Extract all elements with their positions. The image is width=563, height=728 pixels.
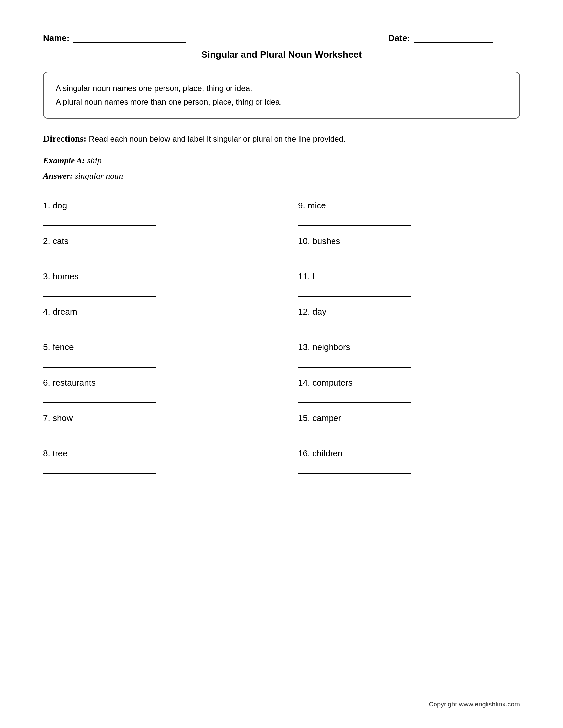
question-text: 9. mice	[298, 201, 520, 211]
question-text: 13. neighbors	[298, 342, 520, 352]
question-item-right-4: 12. day	[298, 302, 520, 332]
question-text: 10. bushes	[298, 236, 520, 246]
question-text: 1. dog	[43, 201, 265, 211]
question-text: 4. dream	[43, 307, 265, 317]
question-item-left-6: 6. restaurants	[43, 373, 265, 403]
info-line1: A singular noun names one person, place,…	[56, 82, 507, 95]
directions-text: Read each noun below and label it singul…	[87, 134, 346, 143]
answer-line	[298, 358, 411, 368]
question-item-left-3: 3. homes	[43, 267, 265, 297]
answer-line	[298, 288, 411, 297]
question-text: 15. camper	[298, 413, 520, 423]
questions-grid: 1. dog 2. cats 3. homes 4. dream 5. fenc…	[43, 196, 520, 479]
header-row: Name: Date:	[43, 33, 520, 43]
question-item-right-3: 11. I	[298, 267, 520, 297]
example-block: Example A: ship Answer: singular noun	[43, 153, 520, 184]
example-value: ship	[85, 156, 102, 165]
answer-line	[43, 288, 156, 297]
answer-line	[298, 465, 411, 474]
date-line	[414, 34, 493, 43]
answer-value: singular noun	[73, 171, 123, 181]
example-label: Example A:	[43, 156, 85, 165]
directions-row: Directions: Read each noun below and lab…	[43, 133, 520, 144]
question-text: 5. fence	[43, 342, 265, 352]
page: Name: Date: Singular and Plural Noun Wor…	[0, 0, 563, 728]
worksheet-title: Singular and Plural Noun Worksheet	[43, 49, 520, 60]
copyright: Copyright www.englishlinx.com	[429, 701, 520, 708]
answer-line	[298, 323, 411, 332]
answer-line	[43, 465, 156, 474]
answer-line	[298, 394, 411, 403]
answer-line	[43, 358, 156, 368]
question-item-left-5: 5. fence	[43, 338, 265, 368]
questions-left-col: 1. dog 2. cats 3. homes 4. dream 5. fenc…	[43, 196, 265, 479]
question-text: 3. homes	[43, 271, 265, 282]
question-text: 2. cats	[43, 236, 265, 246]
question-item-right-2: 10. bushes	[298, 231, 520, 261]
question-text: 14. computers	[298, 378, 520, 388]
questions-right-col: 9. mice 10. bushes 11. I 12. day 13. nei…	[298, 196, 520, 479]
question-item-left-1: 1. dog	[43, 196, 265, 226]
answer-line	[43, 252, 156, 261]
question-text: 16. children	[298, 448, 520, 459]
answer-label: Answer:	[43, 171, 73, 181]
info-box: A singular noun names one person, place,…	[43, 72, 520, 119]
name-line	[73, 34, 186, 43]
question-text: 11. I	[298, 271, 520, 282]
answer-line	[298, 429, 411, 438]
answer-line	[298, 252, 411, 261]
directions-label: Directions:	[43, 133, 87, 144]
question-item-left-7: 7. show	[43, 408, 265, 438]
question-item-left-4: 4. dream	[43, 302, 265, 332]
answer-line	[43, 323, 156, 332]
date-field: Date:	[389, 33, 493, 43]
example-line: Example A: ship	[43, 153, 520, 169]
question-text: 7. show	[43, 413, 265, 423]
question-text: 6. restaurants	[43, 378, 265, 388]
answer-line	[43, 429, 156, 438]
question-item-left-8: 8. tree	[43, 444, 265, 474]
question-text: 12. day	[298, 307, 520, 317]
name-label: Name:	[43, 33, 69, 43]
name-field: Name:	[43, 33, 186, 43]
date-label: Date:	[389, 33, 410, 43]
question-item-right-7: 15. camper	[298, 408, 520, 438]
question-item-right-1: 9. mice	[298, 196, 520, 226]
info-line2: A plural noun names more than one person…	[56, 95, 507, 109]
answer-line-example: Answer: singular noun	[43, 168, 520, 184]
answer-line	[43, 217, 156, 226]
question-item-right-5: 13. neighbors	[298, 338, 520, 368]
question-item-left-2: 2. cats	[43, 231, 265, 261]
answer-line	[43, 394, 156, 403]
question-item-right-6: 14. computers	[298, 373, 520, 403]
question-item-right-8: 16. children	[298, 444, 520, 474]
question-text: 8. tree	[43, 448, 265, 459]
answer-line	[298, 217, 411, 226]
